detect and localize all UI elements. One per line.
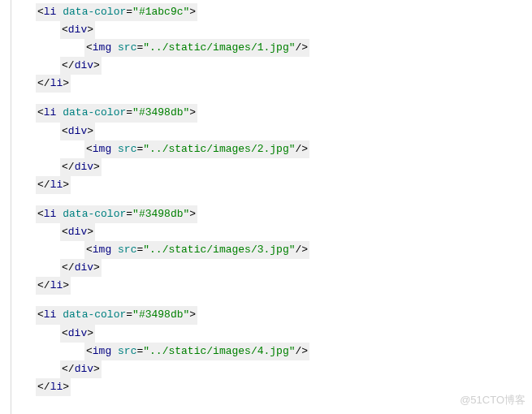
code-block: <li data-color="#3498db"> <div> <img src… xyxy=(36,306,532,395)
code-block: <li data-color="#1abc9c"> <div> <img src… xyxy=(36,3,532,93)
code-block: <li data-color="#3498db"> <div> <img src… xyxy=(36,205,532,295)
code-block: <li data-color="#3498db"> <div> <img src… xyxy=(36,104,532,193)
line-gutter xyxy=(0,0,11,414)
code-snippet: <li data-color="#1abc9c"> <div> <img src… xyxy=(0,0,532,396)
